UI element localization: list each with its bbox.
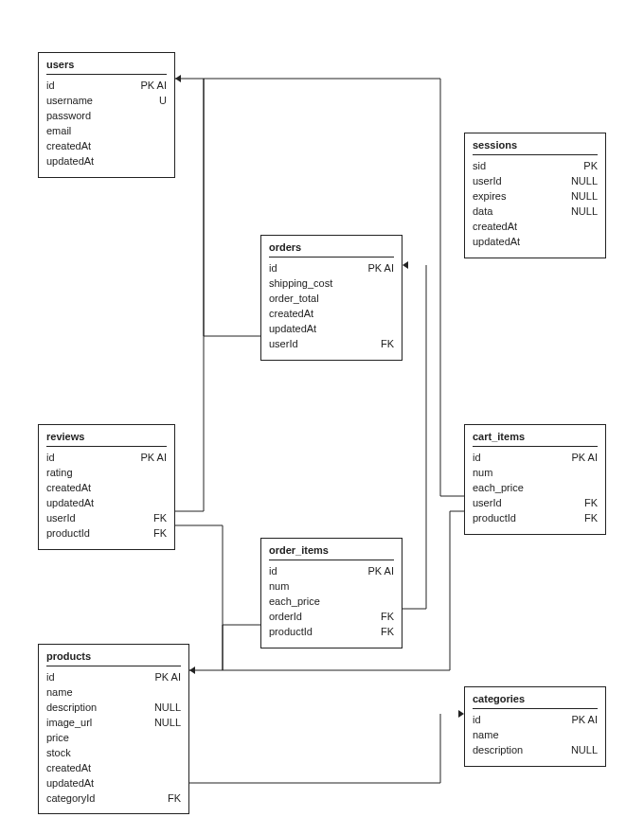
field-name: userId [473,174,510,189]
field-name: orderId [269,610,310,625]
field-row: descriptionNULL [46,701,181,716]
field-attr: PK AI [367,564,394,579]
field-row: num [473,466,598,481]
field-attr: FK [381,337,394,352]
field-row: updatedAt [46,776,181,791]
field-name: name [473,728,507,743]
field-name: userId [473,496,510,511]
field-row: createdAt [46,761,181,776]
field-row: email [46,124,167,139]
field-name: updatedAt [46,776,101,791]
field-name: createdAt [46,481,98,496]
field-row: password [46,109,167,124]
field-row: idPK AI [269,564,394,579]
field-name: expires [473,189,513,204]
field-attr: PK AI [571,451,598,466]
field-name: email [46,124,79,139]
field-name: createdAt [46,139,98,154]
field-row: name [473,728,598,743]
field-attr: PK AI [367,261,394,276]
entity-sessions: sessionssidPKuserIdNULLexpiresNULLdataNU… [464,133,606,258]
field-row: createdAt [269,307,394,322]
entity-order_items: order_itemsidPK AInumeach_priceorderIdFK… [260,538,402,648]
arrowhead-icon [175,75,181,82]
field-row: num [269,579,394,595]
field-name: updatedAt [46,496,101,511]
field-attr: PK AI [140,451,167,466]
entity-products: productsidPK AInamedescriptionNULLimage_… [38,644,189,814]
field-row: shipping_cost [269,276,394,292]
entity-title: reviews [46,431,167,447]
field-row: userIdFK [46,511,167,526]
field-row: updatedAt [46,154,167,169]
entity-reviews: reviewsidPK AIratingcreatedAtupdatedAtus… [38,424,175,550]
field-row: categoryIdFK [46,791,181,807]
connector-line [189,714,440,783]
field-attr: PK AI [571,713,598,728]
field-name: id [46,79,63,94]
field-attr: FK [381,610,394,625]
field-row: createdAt [473,220,598,235]
field-name: name [46,685,80,701]
field-name: shipping_cost [269,276,340,292]
connector-line [402,265,426,609]
field-row: userIdFK [269,337,394,352]
field-attr: NULL [571,204,598,220]
field-name: productId [473,511,524,526]
entity-title: products [46,650,181,666]
field-name: id [46,670,63,685]
entity-orders: ordersidPK AIshipping_costorder_totalcre… [260,235,402,361]
field-row: sidPK [473,159,598,174]
entity-title: sessions [473,139,598,155]
field-row: productIdFK [269,625,394,640]
field-attr: NULL [154,701,181,716]
field-name: productId [46,526,98,542]
arrowhead-icon [402,261,408,269]
field-name: order_total [269,292,327,307]
field-name: updatedAt [46,154,101,169]
field-name: createdAt [269,307,321,322]
field-name: id [46,451,63,466]
entity-cart_items: cart_itemsidPK AInumeach_priceuserIdFKpr… [464,424,606,535]
field-name: createdAt [46,761,98,776]
field-attr: FK [153,526,167,542]
field-row: idPK AI [473,713,598,728]
entity-title: categories [473,693,598,709]
field-row: price [46,731,181,746]
field-row: productIdFK [46,526,167,542]
field-row: order_total [269,292,394,307]
field-row: expiresNULL [473,189,598,204]
field-row: idPK AI [46,451,167,466]
field-row: usernameU [46,94,167,109]
field-name: sid [473,159,493,174]
field-row: idPK AI [269,261,394,276]
field-name: username [46,94,100,109]
entity-title: orders [269,241,394,258]
field-row: userIdNULL [473,174,598,189]
entity-title: order_items [269,544,394,560]
field-row: name [46,685,181,701]
field-name: each_price [473,481,531,496]
field-name: createdAt [473,220,525,235]
field-row: each_price [269,595,394,610]
field-name: num [473,466,500,481]
field-row: createdAt [46,139,167,154]
field-name: userId [269,337,306,352]
connector-line [223,625,260,670]
field-name: description [473,743,530,758]
field-row: productIdFK [473,511,598,526]
field-row: image_urlNULL [46,716,181,731]
field-name: id [269,564,285,579]
field-row: createdAt [46,481,167,496]
field-attr: NULL [571,743,598,758]
field-name: rating [46,466,80,481]
field-name: stock [46,746,79,761]
field-attr: FK [153,511,167,526]
field-name: id [473,451,489,466]
field-attr: NULL [154,716,181,731]
entity-title: cart_items [473,431,598,447]
field-row: idPK AI [473,451,598,466]
field-name: updatedAt [473,235,528,250]
field-row: idPK AI [46,79,167,94]
field-row: orderIdFK [269,610,394,625]
